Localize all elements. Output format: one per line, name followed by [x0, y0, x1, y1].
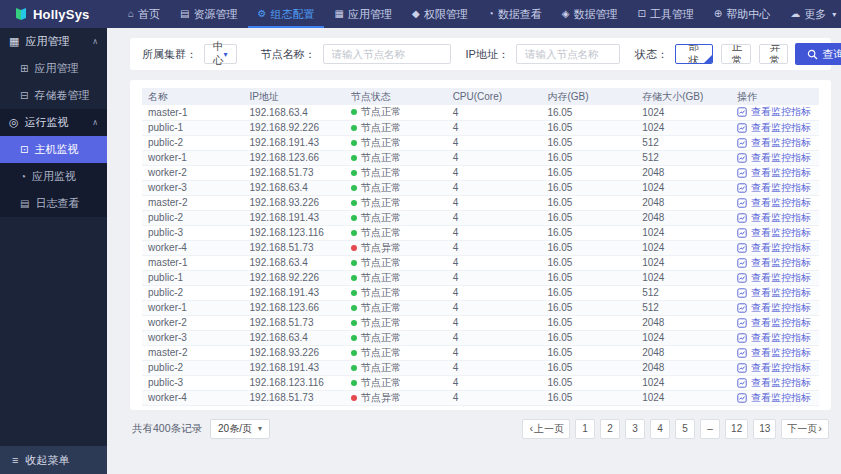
column-header: IP地址	[244, 88, 346, 105]
cell-action: 查看监控指标	[731, 375, 819, 390]
view-metrics-link[interactable]: 查看监控指标	[737, 241, 811, 255]
cell-cpu: 4	[447, 300, 542, 315]
view-metrics-link[interactable]: 查看监控指标	[737, 376, 811, 390]
cell-status: 节点异常	[345, 240, 447, 255]
page-number-button[interactable]: 12	[725, 419, 748, 439]
view-metrics-link[interactable]: 查看监控指标	[737, 286, 811, 300]
nav-item-app[interactable]: ▦应用管理	[324, 0, 401, 28]
view-metrics-link[interactable]: 查看监控指标	[737, 211, 811, 225]
view-metrics-link[interactable]: 查看监控指标	[737, 105, 811, 119]
cell-cpu: 4	[447, 345, 542, 360]
collapse-menu-button[interactable]: ≡ 收起菜单	[0, 446, 107, 474]
cell-name: worker-4	[142, 390, 244, 405]
monitor-metrics-icon	[737, 303, 747, 313]
nav-item-data-manage[interactable]: ◈数据管理	[552, 0, 628, 28]
sidebar-item-app-monitor[interactable]: ◔应用监视	[0, 163, 107, 190]
cell-status: 节点正常	[345, 105, 447, 120]
table-header-row: 名称IP地址节点状态CPU(Core)内存(GB)存储大小(GB)操作	[142, 88, 819, 105]
ip-address-input[interactable]	[516, 44, 620, 64]
monitor-group-icon: ◎	[9, 116, 19, 129]
view-metrics-link[interactable]: 查看监控指标	[737, 316, 811, 330]
sidebar-item-storage-volume[interactable]: ⊟存储卷管理	[0, 82, 107, 109]
nav-item-help[interactable]: ⊕帮助中心	[704, 0, 780, 28]
sidebar-group-header-run-monitor[interactable]: ◎运行监视∧	[0, 109, 107, 136]
cell-status: 节点正常	[345, 360, 447, 375]
cell-name: public-2	[142, 285, 244, 300]
table-row: public-2192.168.191.43节点正常416.052048查看监控…	[142, 210, 819, 225]
sidebar-item-app-manage[interactable]: ⊞应用管理	[0, 55, 107, 82]
cell-ip: 192.168.191.43	[244, 210, 346, 225]
nav-item-home[interactable]: ⌂首页	[118, 0, 170, 28]
cluster-select[interactable]: 中心 ▾	[204, 44, 237, 64]
status-dot-normal	[351, 305, 357, 311]
cell-ip: 192.168.92.226	[244, 270, 346, 285]
cell-storage: 1024	[636, 240, 731, 255]
prev-page-button[interactable]: ‹上一页	[522, 419, 570, 439]
cell-cpu: 4	[447, 315, 542, 330]
page-ellipsis[interactable]: –	[700, 419, 720, 439]
page-number-button[interactable]: 13	[753, 419, 776, 439]
table-row: master-2192.168.93.226节点正常416.052048查看监控…	[142, 345, 819, 360]
view-metrics-link[interactable]: 查看监控指标	[737, 121, 811, 135]
view-metrics-link[interactable]: 查看监控指标	[737, 136, 811, 150]
view-metrics-link[interactable]: 查看监控指标	[737, 166, 811, 180]
cell-storage: 512	[636, 285, 731, 300]
cell-status: 节点异常	[345, 390, 447, 405]
view-metrics-link[interactable]: 查看监控指标	[737, 331, 811, 345]
view-metrics-link[interactable]: 查看监控指标	[737, 346, 811, 360]
cell-storage: 1024	[636, 375, 731, 390]
cell-status: 节点正常	[345, 315, 447, 330]
cell-status: 节点正常	[345, 180, 447, 195]
table-row: worker-4192.168.51.73节点异常416.051024查看监控指…	[142, 240, 819, 255]
status-option-button[interactable]: 正常	[721, 44, 751, 64]
view-metrics-link[interactable]: 查看监控指标	[737, 301, 811, 315]
status-dot-normal	[351, 365, 357, 371]
view-metrics-link[interactable]: 查看监控指标	[737, 226, 811, 240]
status-option-button[interactable]: 全部状态	[675, 44, 713, 64]
nav-item-more[interactable]: ☁更多▾	[780, 0, 841, 28]
monitor-metrics-icon	[737, 273, 747, 283]
nav-item-resource[interactable]: ▤资源管理	[170, 0, 247, 28]
view-metrics-link[interactable]: 查看监控指标	[737, 196, 811, 210]
nav-item-permission[interactable]: ◆权限管理	[402, 0, 478, 28]
search-button[interactable]: 查询	[795, 43, 841, 65]
monitor-metrics-icon	[737, 363, 747, 373]
chevron-down-icon: ▾	[224, 50, 228, 59]
view-metrics-link[interactable]: 查看监控指标	[737, 271, 811, 285]
nav-item-tools[interactable]: ⊡工具管理	[627, 0, 703, 28]
view-metrics-link[interactable]: 查看监控指标	[737, 391, 811, 405]
main-content: 所属集群： 中心 ▾ 节点名称： IP地址： 状态： 全部状态正常异常 查询 重…	[107, 28, 841, 474]
cell-ip: 192.168.123.116	[244, 375, 346, 390]
nav-item-config[interactable]: ⚙组态配置	[248, 0, 325, 28]
cell-ip: 192.168.51.73	[244, 390, 346, 405]
cell-name: worker-2	[142, 165, 244, 180]
view-metrics-link[interactable]: 查看监控指标	[737, 256, 811, 270]
status-option-button[interactable]: 异常	[759, 44, 789, 64]
chevron-up-icon: ∧	[92, 37, 98, 46]
node-name-input[interactable]	[323, 44, 451, 64]
page-number-label: 4	[657, 423, 663, 434]
cluster-label: 所属集群：	[142, 47, 197, 62]
view-metrics-link[interactable]: 查看监控指标	[737, 181, 811, 195]
column-header: 存储大小(GB)	[636, 88, 731, 105]
page-number-button[interactable]: 2	[600, 419, 620, 439]
page-number-button[interactable]: 5	[675, 419, 695, 439]
sidebar-item-log-view[interactable]: ▤日志查看	[0, 190, 107, 217]
view-metrics-link[interactable]: 查看监控指标	[737, 151, 811, 165]
page-size-select[interactable]: 20条/页 ▾	[210, 419, 270, 439]
status-dot-normal	[351, 290, 357, 296]
cell-cpu: 4	[447, 150, 542, 165]
cell-storage: 1024	[636, 330, 731, 345]
view-metrics-link[interactable]: 查看监控指标	[737, 361, 811, 375]
nav-item-data-view[interactable]: ◔数据查看	[478, 0, 552, 28]
sidebar-group-app-manage: ▦应用管理∧⊞应用管理⊟存储卷管理	[0, 28, 107, 109]
page-number-button[interactable]: 4	[650, 419, 670, 439]
monitor-metrics-icon	[737, 183, 747, 193]
page-number-button[interactable]: 3	[625, 419, 645, 439]
cell-cpu: 4	[447, 120, 542, 135]
sidebar-item-host-monitor[interactable]: ⊡主机监视	[0, 136, 107, 163]
sidebar-group-header-app-manage[interactable]: ▦应用管理∧	[0, 28, 107, 55]
page-number-button[interactable]: 1	[575, 419, 595, 439]
next-page-button[interactable]: 下一页›	[781, 419, 829, 439]
search-button-label: 查询	[822, 47, 841, 62]
